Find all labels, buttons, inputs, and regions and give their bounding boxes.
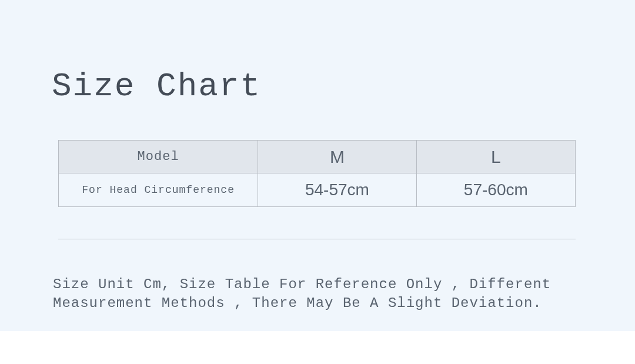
divider (58, 239, 576, 239)
header-label-m: M (330, 147, 345, 167)
header-label-l: L (491, 147, 501, 167)
value-l: 57-60cm (464, 181, 528, 199)
header-cell-model: Model (59, 141, 258, 173)
footnote: Size Unit Cm, Size Table For Reference O… (53, 275, 570, 313)
page: Size Chart Model M L For Head Circumfere… (0, 0, 635, 364)
header-cell-l: L (417, 141, 575, 173)
row-value-l: 57-60cm (417, 173, 575, 206)
bottom-strip (0, 331, 635, 364)
row-label: For Head Circumference (82, 184, 235, 196)
value-m: 54-57cm (305, 181, 369, 199)
size-table: Model M L For Head Circumference 54-57cm… (58, 140, 576, 207)
table-row: For Head Circumference 54-57cm 57-60cm (59, 173, 575, 206)
page-title: Size Chart (52, 68, 261, 105)
row-label-cell: For Head Circumference (59, 173, 258, 206)
header-label-model: Model (138, 149, 179, 164)
row-value-m: 54-57cm (258, 173, 416, 206)
table-header-row: Model M L (59, 141, 575, 173)
header-cell-m: M (258, 141, 416, 173)
